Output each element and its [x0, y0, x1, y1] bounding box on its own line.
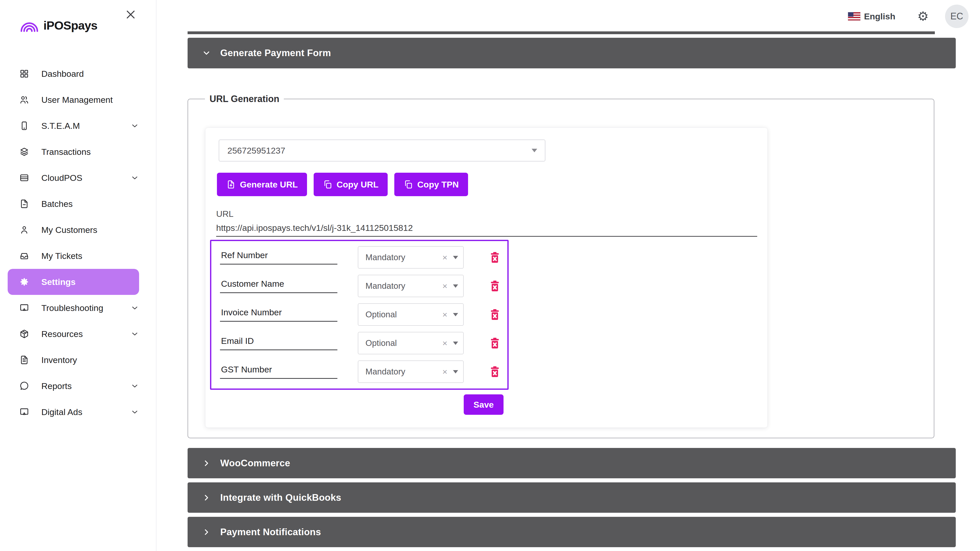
- inbox-icon: [19, 251, 30, 261]
- chevron-down-icon: [202, 48, 211, 58]
- person-icon: [19, 224, 30, 235]
- avatar-initials: EC: [950, 11, 963, 22]
- tpn-select[interactable]: 256725951237: [219, 140, 546, 162]
- settings-content: Generate Payment Form URL Generation 256…: [188, 32, 956, 551]
- sidebar-item-troubleshooting[interactable]: Troubleshooting: [0, 295, 156, 321]
- generate-url-button[interactable]: Generate URL: [217, 173, 307, 196]
- sidebar-item-label: Batches: [41, 199, 73, 209]
- sidebar-item-dashboard[interactable]: Dashboard: [0, 61, 156, 87]
- url-label: URL: [216, 209, 767, 219]
- sidebar-item-resources[interactable]: Resources: [0, 321, 156, 347]
- trash-icon[interactable]: [489, 280, 501, 292]
- payment-fields-box: Ref Number Mandatory ×: [210, 240, 509, 390]
- field-name-input[interactable]: Customer Name: [220, 279, 337, 293]
- button-label: Copy URL: [337, 179, 379, 189]
- chevron-right-icon: [202, 527, 211, 537]
- users-icon: [19, 94, 30, 105]
- sidebar-item-label: Resources: [41, 329, 83, 339]
- section-generate-payment-form[interactable]: Generate Payment Form: [188, 38, 956, 68]
- sidebar-item-user-management[interactable]: User Management: [0, 87, 156, 113]
- file-plus-icon: [226, 179, 236, 189]
- sidebar-item-label: Reports: [41, 381, 72, 391]
- app-root: iPOSpays Dashboard User Management: [0, 0, 980, 551]
- display-ad-icon: [19, 407, 30, 417]
- avatar[interactable]: EC: [945, 5, 969, 28]
- sidebar-item-settings[interactable]: Settings: [8, 269, 139, 295]
- trash-icon[interactable]: [489, 251, 501, 264]
- chevron-down-icon: [130, 303, 139, 312]
- clear-x-icon[interactable]: ×: [442, 310, 447, 320]
- credit-card-icon: [19, 172, 30, 183]
- requirement-select[interactable]: Mandatory ×: [358, 246, 464, 268]
- package-icon: [19, 329, 30, 339]
- sidebar-item-my-tickets[interactable]: My Tickets: [0, 243, 156, 269]
- url-generation-fieldset: URL Generation 256725951237 Generate UR: [188, 94, 934, 438]
- section-title: Payment Notifications: [220, 527, 321, 537]
- sidebar-item-label: My Customers: [41, 225, 97, 235]
- sidebar-item-reports[interactable]: Reports: [0, 373, 156, 399]
- close-icon[interactable]: [125, 9, 137, 21]
- topbar: English ⚙ EC: [848, 5, 969, 28]
- us-flag-icon[interactable]: [848, 12, 860, 21]
- clear-x-icon[interactable]: ×: [442, 252, 447, 262]
- sidebar-item-inventory[interactable]: Inventory: [0, 347, 156, 373]
- sidebar-item-label: Transactions: [41, 147, 91, 157]
- sidebar-item-label: My Tickets: [41, 251, 83, 261]
- field-name-input[interactable]: Email ID: [220, 336, 337, 350]
- url-underline: [216, 236, 757, 237]
- requirement-value: Mandatory: [366, 367, 442, 376]
- document-icon: [19, 354, 30, 365]
- requirement-value: Mandatory: [366, 281, 442, 291]
- trash-icon[interactable]: [489, 365, 501, 378]
- requirement-select[interactable]: Mandatory ×: [358, 275, 464, 297]
- field-name-input[interactable]: GST Number: [220, 365, 337, 379]
- chevron-down-icon: [130, 121, 139, 130]
- sidebar-item-transactions[interactable]: Transactions: [0, 139, 156, 165]
- section-woocommerce[interactable]: WooCommerce: [188, 448, 956, 478]
- field-name-input[interactable]: Ref Number: [220, 250, 337, 265]
- caret-down-icon: [453, 341, 458, 345]
- field-name-input[interactable]: Invoice Number: [220, 307, 337, 322]
- sidebar-item-label: User Management: [41, 95, 113, 105]
- brand-name: iPOSpays: [43, 18, 97, 32]
- requirement-value: Optional: [366, 338, 442, 348]
- url-actions: Generate URL Copy URL Copy: [217, 173, 767, 196]
- clear-x-icon[interactable]: ×: [442, 367, 447, 377]
- copy-tpn-button[interactable]: Copy TPN: [394, 173, 468, 196]
- section-title: Generate Payment Form: [220, 48, 331, 59]
- field-row-ref-number: Ref Number Mandatory ×: [220, 243, 508, 272]
- chevron-down-icon: [130, 382, 139, 390]
- sidebar-item-label: Digital Ads: [41, 407, 83, 417]
- language-selector[interactable]: English: [864, 11, 895, 21]
- requirement-select[interactable]: Optional ×: [358, 332, 464, 354]
- caret-down-icon: [453, 370, 458, 373]
- sidebar-item-label: Inventory: [41, 355, 77, 365]
- save-button[interactable]: Save: [464, 394, 504, 415]
- sidebar-item-steam[interactable]: S.T.E.A.M: [0, 113, 156, 139]
- section-payment-notifications[interactable]: Payment Notifications: [188, 517, 956, 547]
- trash-icon[interactable]: [489, 308, 501, 321]
- chevron-down-icon: [130, 330, 139, 338]
- clear-x-icon[interactable]: ×: [442, 338, 447, 348]
- sidebar-item-my-customers[interactable]: My Customers: [0, 217, 156, 243]
- section-quickbooks[interactable]: Integrate with QuickBooks: [188, 483, 956, 513]
- smartphone-icon: [19, 121, 30, 131]
- tpn-select-value: 256725951237: [228, 146, 531, 156]
- sidebar-item-cloudpos[interactable]: CloudPOS: [0, 165, 156, 191]
- requirement-select[interactable]: Optional ×: [358, 303, 464, 326]
- previous-section-edge: [188, 32, 935, 34]
- sidebar-item-digital-ads[interactable]: Digital Ads: [0, 399, 156, 425]
- caret-down-icon: [453, 313, 458, 316]
- display-warning-icon: [19, 303, 30, 313]
- trash-icon[interactable]: [489, 337, 501, 349]
- sidebar-item-label: Settings: [41, 277, 76, 287]
- sidebar-item-batches[interactable]: Batches: [0, 191, 156, 217]
- requirement-select[interactable]: Mandatory ×: [358, 360, 464, 383]
- field-row-invoice-number: Invoice Number Optional ×: [220, 300, 508, 329]
- main-area: English ⚙ EC Generate Payment Form URL G…: [156, 0, 980, 551]
- field-row-customer-name: Customer Name Mandatory ×: [220, 272, 508, 300]
- flower-icon: [19, 276, 30, 287]
- copy-url-button[interactable]: Copy URL: [313, 173, 388, 196]
- clear-x-icon[interactable]: ×: [442, 281, 447, 291]
- gear-icon[interactable]: ⚙: [917, 10, 929, 23]
